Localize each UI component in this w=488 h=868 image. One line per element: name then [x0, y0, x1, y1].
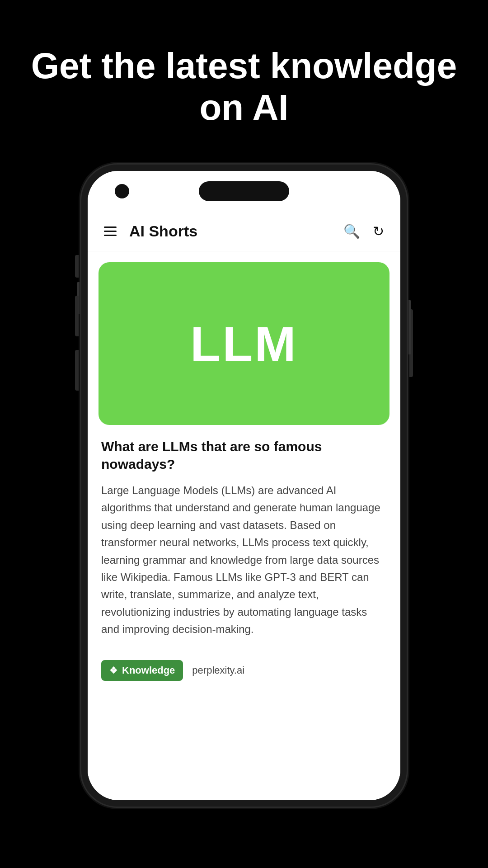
app-content: AI Shorts 🔍 ↻ LLM What are LLMs that are… — [88, 212, 400, 800]
volume-up-button — [75, 296, 79, 336]
card-image-text: LLM — [190, 315, 298, 373]
knowledge-badge[interactable]: ❖ Knowledge — [101, 660, 183, 681]
card-image: LLM — [99, 262, 389, 425]
camera-icon — [115, 184, 129, 198]
app-header: AI Shorts 🔍 ↻ — [88, 212, 400, 251]
menu-button[interactable] — [104, 226, 117, 236]
dynamic-island — [199, 181, 289, 201]
card-footer: ❖ Knowledge perplexity.ai — [88, 660, 400, 692]
refresh-button[interactable]: ↻ — [373, 223, 384, 239]
card-description: Large Language Models (LLMs) are advance… — [101, 482, 387, 638]
knowledge-label: Knowledge — [122, 665, 175, 676]
header-actions: 🔍 ↻ — [343, 223, 384, 239]
volume-down-button — [75, 350, 79, 391]
source-attribution: perplexity.ai — [192, 665, 244, 676]
power-button — [409, 309, 413, 377]
card-body: What are LLMs that are so famous nowaday… — [88, 425, 400, 660]
search-button[interactable]: 🔍 — [343, 223, 360, 239]
knowledge-icon: ❖ — [109, 665, 117, 676]
page-tagline: Get the latest knowledge on AI — [0, 45, 488, 128]
card-title: What are LLMs that are so famous nowaday… — [101, 438, 387, 473]
phone-frame: AI Shorts 🔍 ↻ LLM What are LLMs that are… — [81, 165, 407, 807]
status-bar — [88, 171, 400, 212]
phone-screen: AI Shorts 🔍 ↻ LLM What are LLMs that are… — [88, 171, 400, 800]
app-title: AI Shorts — [129, 222, 343, 240]
mute-button — [75, 255, 79, 278]
phone-mockup: AI Shorts 🔍 ↻ LLM What are LLMs that are… — [81, 165, 407, 807]
